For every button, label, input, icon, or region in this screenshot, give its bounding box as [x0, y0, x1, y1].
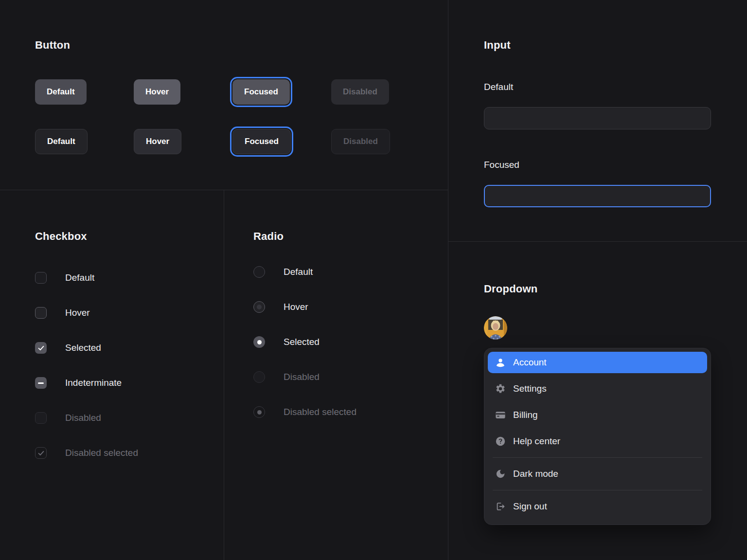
radio-dot-icon	[257, 305, 262, 309]
menu-item-account[interactable]: Account	[488, 352, 707, 373]
input-focused-field[interactable]	[484, 185, 711, 207]
avatar-photo	[484, 316, 507, 340]
radio-hover-label: Hover	[284, 302, 308, 312]
check-icon	[37, 344, 45, 352]
checkbox-row-selected: Selected	[35, 342, 224, 354]
input-section: Input Default Focused	[448, 0, 747, 242]
checkbox-hover[interactable]	[35, 307, 47, 319]
moon-icon	[495, 469, 506, 479]
menu-item-label: Settings	[513, 383, 547, 394]
button-section-title: Button	[35, 39, 448, 52]
menu-item-settings[interactable]: Settings	[488, 376, 707, 402]
button-primary-disabled[interactable]: Disabled	[331, 79, 389, 105]
menu-divider	[493, 457, 702, 458]
user-icon	[495, 357, 506, 368]
checkbox-indeterminate-label: Indeterminate	[65, 378, 122, 388]
radio-selected[interactable]	[253, 336, 265, 348]
radio-dot-icon	[257, 410, 262, 415]
radio-section: Radio Default Hover Selected Disabled Di…	[224, 190, 448, 560]
component-showcase-page: Button Default Hover Focused Disabled De…	[0, 0, 747, 560]
button-primary-hover[interactable]: Hover	[134, 79, 180, 105]
button-primary-default[interactable]: Default	[35, 79, 87, 105]
radio-row-default: Default	[253, 266, 448, 278]
gear-icon	[495, 383, 506, 394]
menu-item-billing[interactable]: Billing	[488, 402, 707, 428]
menu-divider	[493, 490, 702, 490]
checkbox-section: Checkbox Default Hover Selected In	[0, 190, 224, 560]
checkbox-selected-label: Selected	[65, 343, 101, 353]
checkbox-row-disabled-selected: Disabled selected	[35, 447, 224, 459]
radio-selected-label: Selected	[284, 337, 320, 347]
checkbox-row-indeterminate: Indeterminate	[35, 377, 224, 389]
input-focused-label: Focused	[484, 160, 747, 170]
radio-disabled-selected-label: Disabled selected	[284, 407, 356, 417]
help-icon	[495, 436, 506, 447]
input-default-field[interactable]	[484, 107, 711, 129]
radio-hover[interactable]	[253, 301, 265, 313]
radio-disabled	[253, 371, 265, 383]
menu-item-label: Dark mode	[513, 469, 558, 479]
button-section: Button Default Hover Focused Disabled De…	[0, 0, 448, 190]
menu-item-help-center[interactable]: Help center	[488, 428, 707, 454]
check-icon	[37, 450, 45, 457]
radio-row-disabled-selected: Disabled selected	[253, 406, 448, 418]
radio-section-title: Radio	[253, 230, 448, 243]
radio-disabled-selected	[253, 406, 265, 418]
radio-default-label: Default	[284, 267, 313, 277]
sign-out-icon	[495, 501, 506, 512]
dropdown-menu: Account Settings Billing Help center	[484, 348, 711, 525]
menu-item-sign-out[interactable]: Sign out	[488, 493, 707, 520]
credit-card-icon	[495, 410, 506, 420]
menu-item-label: Account	[513, 357, 547, 368]
menu-item-label: Sign out	[513, 501, 547, 512]
button-ghost-default[interactable]: Default	[35, 129, 88, 154]
checkbox-indeterminate[interactable]	[35, 377, 47, 389]
indeterminate-dash-icon	[38, 382, 44, 384]
radio-default[interactable]	[253, 266, 265, 278]
checkbox-disabled	[35, 412, 47, 424]
menu-item-label: Help center	[513, 436, 560, 447]
button-ghost-disabled[interactable]: Disabled	[331, 129, 390, 154]
checkbox-section-title: Checkbox	[35, 230, 224, 243]
button-row-primary: Default Hover Focused Disabled	[35, 79, 448, 105]
radio-list: Default Hover Selected Disabled Disabled…	[253, 266, 448, 418]
radio-row-selected: Selected	[253, 336, 448, 348]
checkbox-disabled-label: Disabled	[65, 413, 101, 423]
checkbox-default[interactable]	[35, 272, 47, 284]
checkbox-row-disabled: Disabled	[35, 412, 224, 424]
checkbox-row-default: Default	[35, 272, 224, 284]
button-rows: Default Hover Focused Disabled Default H…	[35, 79, 448, 154]
button-primary-focused[interactable]: Focused	[232, 79, 290, 105]
checkbox-disabled-selected-label: Disabled selected	[65, 448, 138, 458]
radio-row-disabled: Disabled	[253, 371, 448, 383]
radio-disabled-label: Disabled	[284, 372, 320, 382]
menu-item-dark-mode[interactable]: Dark mode	[488, 461, 707, 487]
checkbox-default-label: Default	[65, 272, 94, 283]
input-default-label: Default	[484, 82, 747, 92]
user-avatar[interactable]	[484, 316, 507, 340]
radio-dot-icon	[257, 340, 262, 344]
button-ghost-hover[interactable]: Hover	[134, 129, 181, 154]
dropdown-section: Dropdown	[448, 242, 747, 560]
checkbox-list: Default Hover Selected Indeterminate	[35, 272, 224, 459]
checkbox-selected[interactable]	[35, 342, 47, 354]
button-ghost-focused[interactable]: Focused	[232, 129, 291, 154]
checkbox-hover-label: Hover	[65, 307, 90, 318]
dropdown-section-title: Dropdown	[484, 283, 747, 295]
radio-row-hover: Hover	[253, 301, 448, 313]
checkbox-disabled-selected	[35, 447, 47, 459]
button-row-ghost: Default Hover Focused Disabled	[35, 129, 448, 154]
menu-item-label: Billing	[513, 410, 538, 420]
checkbox-row-hover: Hover	[35, 307, 224, 319]
input-section-title: Input	[484, 39, 747, 52]
